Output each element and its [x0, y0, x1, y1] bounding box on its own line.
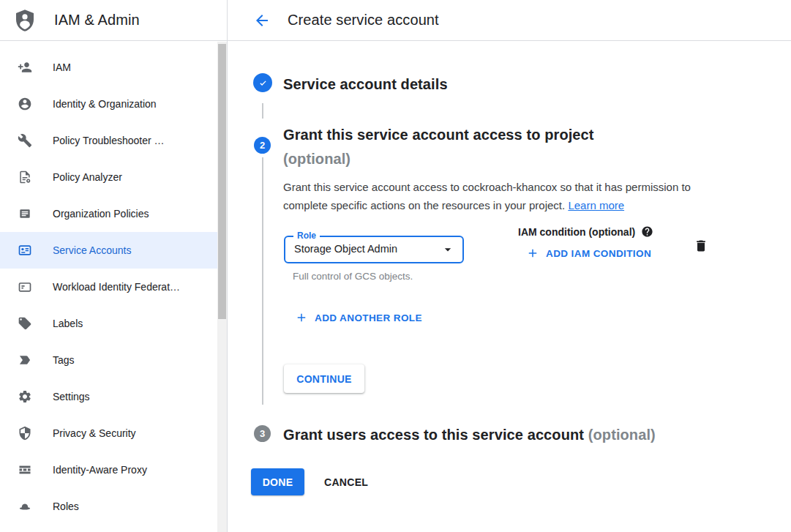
step3-number-badge: 3	[254, 425, 271, 442]
add-iam-condition-button[interactable]: ADD IAM CONDITION	[526, 247, 651, 260]
page-header: Create service account	[228, 0, 791, 41]
role-select[interactable]: Role Storage Object Admin	[284, 236, 464, 263]
sidebar-item-label: Roles	[53, 501, 79, 512]
sidebar-item-service-accounts[interactable]: Service Accounts	[0, 232, 217, 269]
sidebar-item-label: Workload Identity Federat…	[53, 281, 180, 293]
sidebar-item-labels[interactable]: Labels	[0, 305, 217, 342]
sidebar-nav: IAM Identity & Organization Policy Troub…	[0, 41, 227, 525]
hat-icon	[18, 499, 32, 514]
sidebar-item-label: Organization Policies	[53, 208, 149, 220]
sidebar-item-label: Identity & Organization	[53, 98, 157, 110]
sidebar-item-organization-policies[interactable]: Organization Policies	[0, 195, 217, 232]
delete-role-button[interactable]	[692, 237, 710, 255]
step3-optional-label: (optional)	[588, 427, 656, 443]
scrollbar-thumb[interactable]	[218, 44, 226, 319]
sidebar-item-label: Labels	[53, 318, 83, 329]
sidebar-item-identity-organization[interactable]: Identity & Organization	[0, 86, 217, 122]
sidebar-item-label: Privacy & Security	[53, 427, 136, 439]
learn-more-link[interactable]: Learn more	[568, 199, 624, 211]
page-title: Create service account	[288, 12, 439, 29]
arrow-back-icon	[253, 12, 271, 29]
role-selected-value: Storage Object Admin	[294, 243, 397, 255]
gear-icon	[18, 389, 32, 404]
step1-title: Service account details	[283, 72, 448, 97]
sidebar-item-label: Policy Troubleshooter …	[53, 135, 165, 146]
step3-title: Grant users access to this service accou…	[283, 423, 656, 447]
sidebar-item-label: Tags	[53, 354, 75, 366]
account-circle-icon	[18, 97, 32, 111]
label-arrow-icon	[18, 353, 32, 367]
shield-half-icon	[18, 426, 32, 441]
sidebar-item-label: Settings	[53, 391, 90, 402]
sidebar-item-policy-troubleshooter[interactable]: Policy Troubleshooter …	[0, 122, 217, 159]
sidebar-item-label: Identity-Aware Proxy	[53, 464, 147, 476]
plus-icon	[295, 311, 308, 324]
sidebar-item-iam[interactable]: IAM	[0, 49, 217, 86]
document-gear-icon	[18, 170, 32, 184]
step2-title: Grant this service account access to pro…	[283, 123, 693, 171]
main-panel: Create service account Service account d…	[228, 0, 791, 532]
sidebar-item-label: Service Accounts	[53, 244, 131, 256]
trash-icon	[694, 239, 708, 253]
step2-number-badge: 2	[254, 137, 271, 154]
gcp-console: IAM & Admin IAM Identity & Organization …	[0, 0, 791, 532]
iam-condition-label: IAM condition (optional)	[518, 226, 635, 238]
sidebar-item-privacy-security[interactable]: Privacy & Security	[0, 415, 217, 452]
service-account-badge-icon	[18, 243, 32, 258]
iam-admin-shield-icon	[13, 8, 37, 33]
sidebar-item-tags[interactable]: Tags	[0, 342, 217, 378]
wrench-icon	[18, 133, 32, 148]
iam-condition-block: IAM condition (optional) ADD IAM CONDITI…	[518, 225, 653, 260]
striped-panel-icon	[18, 462, 32, 477]
help-icon[interactable]	[641, 225, 653, 238]
sidebar-item-label: Policy Analyzer	[53, 171, 122, 183]
role-helper-text: Full control of GCS objects.	[293, 271, 413, 282]
sidebar-scrollbar[interactable]	[217, 42, 227, 532]
step1-complete-icon	[253, 73, 272, 92]
step-connector	[262, 157, 263, 405]
card-icon	[18, 280, 32, 294]
sidebar-item-identity-aware-proxy[interactable]: Identity-Aware Proxy	[0, 452, 217, 488]
person-add-icon	[18, 60, 32, 75]
document-lines-icon	[18, 206, 32, 221]
continue-button[interactable]: CONTINUE	[284, 364, 364, 393]
sidebar-item-workload-identity-federation[interactable]: Workload Identity Federat…	[0, 269, 217, 305]
tag-icon	[18, 316, 32, 331]
plus-icon	[526, 247, 539, 260]
chevron-down-icon	[441, 242, 455, 257]
sidebar: IAM & Admin IAM Identity & Organization …	[0, 0, 228, 532]
sidebar-item-roles[interactable]: Roles	[0, 488, 217, 525]
sidebar-item-settings[interactable]: Settings	[0, 378, 217, 415]
done-button[interactable]: DONE	[251, 468, 304, 495]
sidebar-item-label: IAM	[53, 61, 71, 73]
wizard: Service account details 2 Grant this ser…	[228, 41, 791, 532]
step2-optional-label: (optional)	[283, 151, 350, 167]
role-field-label: Role	[293, 231, 320, 241]
add-another-role-button[interactable]: ADD ANOTHER ROLE	[295, 311, 422, 324]
product-title: IAM & Admin	[54, 12, 140, 29]
sidebar-header: IAM & Admin	[0, 0, 227, 41]
cancel-button[interactable]: CANCEL	[318, 468, 374, 495]
back-button[interactable]	[252, 11, 271, 30]
sidebar-item-policy-analyzer[interactable]: Policy Analyzer	[0, 159, 217, 195]
step2-description: Grant this service account access to coc…	[283, 178, 722, 214]
step-connector	[262, 103, 263, 119]
